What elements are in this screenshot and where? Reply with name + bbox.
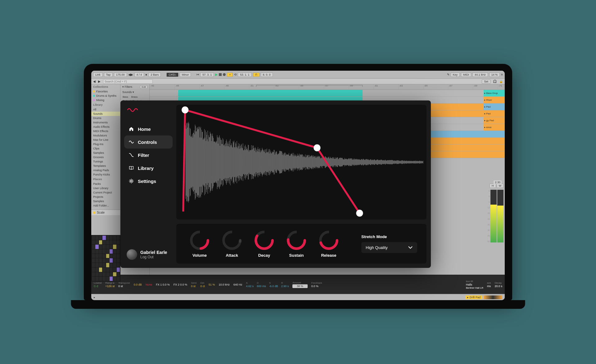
step-cell[interactable] bbox=[113, 268, 116, 272]
loop-button[interactable]: ⊓ bbox=[253, 73, 260, 77]
hall-preset[interactable]: Berliner Hall LR bbox=[466, 286, 483, 289]
step-cell[interactable] bbox=[92, 254, 95, 258]
knob-sustain[interactable]: Sustain bbox=[282, 230, 310, 258]
step-cell[interactable] bbox=[99, 240, 102, 245]
step-cell[interactable] bbox=[92, 277, 95, 281]
track-header[interactable]: ▸ Riser bbox=[484, 97, 505, 104]
track-header[interactable]: ▸ gy Pad bbox=[484, 117, 505, 124]
step-cell[interactable] bbox=[95, 277, 98, 281]
library-item[interactable]: Analog Pads bbox=[91, 168, 120, 172]
track-header[interactable]: ▸ ence bbox=[484, 124, 505, 131]
places-item[interactable]: Add Folder... bbox=[91, 203, 120, 208]
step-cell[interactable] bbox=[110, 245, 113, 249]
semi-val[interactable]: 0 st bbox=[191, 285, 196, 288]
step-cell[interactable] bbox=[110, 277, 113, 281]
loop-brace[interactable] bbox=[256, 85, 363, 87]
step-cell[interactable] bbox=[113, 263, 116, 267]
timesig-field[interactable]: 4 / 4 bbox=[134, 73, 144, 77]
step-cell[interactable] bbox=[106, 249, 109, 254]
fx2-val[interactable]: FX 2 0.0 % bbox=[174, 283, 187, 286]
nudge-icons[interactable]: ◀▶ bbox=[128, 73, 133, 76]
set-button[interactable]: Set bbox=[482, 79, 490, 84]
track-header[interactable]: ▸ Pad bbox=[484, 104, 505, 110]
step-cell[interactable] bbox=[106, 263, 109, 267]
step-cell[interactable] bbox=[102, 254, 106, 258]
step-cell[interactable] bbox=[117, 236, 120, 240]
library-item[interactable]: All bbox=[91, 107, 120, 112]
lowest-val[interactable]: C-2 bbox=[94, 285, 102, 288]
step-cell[interactable] bbox=[106, 254, 109, 258]
step-cell[interactable] bbox=[113, 240, 116, 245]
step-cell[interactable] bbox=[117, 263, 120, 267]
h-button[interactable]: H bbox=[490, 184, 496, 188]
step-cell[interactable] bbox=[95, 263, 98, 267]
timeline-ruler[interactable]: -43-45-47-49-51-53-55-57-59-61-63-65-67-… bbox=[150, 84, 505, 90]
track-header[interactable]: ▸ Bass Drop bbox=[484, 90, 505, 97]
step-cell[interactable] bbox=[102, 258, 106, 263]
step-cell[interactable] bbox=[102, 245, 106, 249]
places-item[interactable]: Current Project bbox=[91, 190, 120, 195]
step-cell[interactable] bbox=[92, 245, 95, 249]
step-cell[interactable] bbox=[92, 272, 95, 277]
step-cell[interactable] bbox=[95, 258, 98, 263]
step-cell[interactable] bbox=[102, 272, 106, 277]
env-r-val[interactable]: 2.90 s bbox=[281, 285, 289, 288]
step-cell[interactable] bbox=[117, 258, 120, 263]
nav-item-filter[interactable]: Filter bbox=[124, 149, 173, 162]
range-val[interactable]: +126 st bbox=[105, 285, 115, 288]
knob-decay[interactable]: Decay bbox=[250, 230, 278, 258]
search-input[interactable] bbox=[103, 79, 153, 84]
knob-volume[interactable]: Volume bbox=[186, 230, 214, 258]
record-button[interactable] bbox=[223, 73, 226, 76]
freq2-val[interactable]: 640 Hz bbox=[233, 283, 242, 286]
tap-button[interactable]: Tap bbox=[104, 73, 113, 77]
library-item[interactable]: Drums bbox=[91, 116, 120, 120]
step-cell[interactable] bbox=[99, 258, 102, 263]
filter-tag[interactable]: Bass bbox=[121, 95, 129, 99]
step-cell[interactable] bbox=[92, 263, 95, 267]
step-cell[interactable] bbox=[113, 254, 116, 258]
step-cell[interactable] bbox=[110, 268, 113, 272]
filter-tag[interactable]: Brass bbox=[130, 95, 139, 99]
step-cell[interactable] bbox=[106, 268, 109, 272]
link-button[interactable]: Link bbox=[93, 73, 103, 77]
step-cell[interactable] bbox=[99, 249, 102, 254]
library-item[interactable]: Samples bbox=[91, 151, 120, 155]
play-button[interactable]: ▶ bbox=[215, 73, 218, 77]
library-item[interactable]: Instruments bbox=[91, 120, 120, 125]
step-cell[interactable] bbox=[110, 240, 113, 245]
step-cell[interactable] bbox=[95, 236, 98, 240]
decay-val2[interactable]: 20.0 s bbox=[494, 285, 502, 288]
amount-val[interactable]: 38 % bbox=[292, 284, 308, 288]
scale-field[interactable]: Minor bbox=[180, 73, 191, 77]
step-cell[interactable] bbox=[113, 249, 116, 254]
step-cell[interactable] bbox=[117, 240, 120, 245]
envelope-handle[interactable] bbox=[356, 210, 363, 217]
step-cell[interactable] bbox=[110, 249, 113, 254]
library-item[interactable]: Plug-Ins bbox=[91, 142, 120, 146]
step-cell[interactable] bbox=[106, 272, 109, 277]
step-cell[interactable] bbox=[113, 272, 116, 277]
step-cell[interactable] bbox=[102, 268, 106, 272]
menu-icon[interactable]: ≡ bbox=[501, 73, 503, 76]
step-cell[interactable] bbox=[99, 254, 102, 258]
gain-val[interactable]: 0.0 dB bbox=[134, 283, 142, 286]
library-item[interactable]: Punchy Kicks bbox=[91, 172, 120, 177]
track-header[interactable]: ▸ Pad bbox=[484, 110, 505, 117]
places-item[interactable]: Projects bbox=[91, 195, 120, 199]
step-cell[interactable] bbox=[92, 268, 95, 272]
logout-link[interactable]: Log Out bbox=[140, 255, 167, 259]
w-button[interactable]: W bbox=[497, 184, 504, 188]
stop-button[interactable] bbox=[219, 73, 222, 76]
env-s-val[interactable]: -6.0 dB bbox=[269, 285, 278, 288]
envelope-handle[interactable] bbox=[182, 106, 188, 113]
places-item[interactable]: Samples bbox=[91, 199, 120, 203]
step-cell[interactable] bbox=[92, 240, 95, 245]
bars-field[interactable]: 2 Bars bbox=[148, 73, 161, 77]
step-cell[interactable] bbox=[99, 268, 102, 272]
library-item[interactable]: Audio Effects bbox=[91, 125, 120, 129]
env-a-val[interactable]: 4.62 s bbox=[246, 285, 254, 288]
step-cell[interactable] bbox=[106, 236, 109, 240]
collection-item[interactable]: Drums & Synths bbox=[91, 94, 120, 98]
status-expand-icon[interactable]: ▸ bbox=[94, 296, 95, 299]
